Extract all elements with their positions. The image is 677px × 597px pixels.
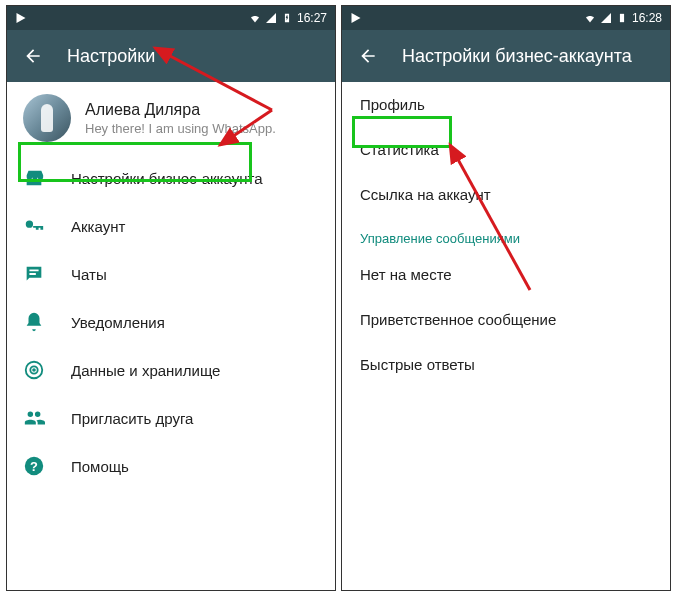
statusbar-time: 16:27 bbox=[297, 11, 327, 25]
page-title: Настройки бизнес-аккаунта bbox=[402, 46, 632, 67]
toolbar: Настройки бизнес-аккаунта bbox=[342, 30, 670, 82]
settings-item-label: Уведомления bbox=[71, 314, 165, 331]
signal-icon bbox=[265, 12, 277, 24]
battery-charging-icon bbox=[281, 12, 293, 24]
settings-item-label: Помощь bbox=[71, 458, 129, 475]
settings-item-help[interactable]: ? Помощь bbox=[7, 442, 335, 490]
statusbar: 16:28 bbox=[342, 6, 670, 30]
business-item-label: Ссылка на аккаунт bbox=[360, 186, 491, 203]
business-item-label: Нет на месте bbox=[360, 266, 452, 283]
help-icon: ? bbox=[23, 455, 45, 477]
business-item-link[interactable]: Ссылка на аккаунт bbox=[342, 172, 670, 217]
settings-item-label: Пригласить друга bbox=[71, 410, 193, 427]
wifi-icon bbox=[249, 12, 261, 24]
phone-left: 16:27 Настройки Алиева Диляра Hey there!… bbox=[6, 5, 336, 591]
business-item-greeting[interactable]: Приветственное сообщение bbox=[342, 297, 670, 342]
business-item-statistics[interactable]: Статистика bbox=[342, 127, 670, 172]
profile-row[interactable]: Алиева Диляра Hey there! I am using What… bbox=[7, 82, 335, 154]
phone-right: 16:28 Настройки бизнес-аккаунта Профиль … bbox=[341, 5, 671, 591]
key-icon bbox=[23, 215, 45, 237]
settings-item-label: Аккаунт bbox=[71, 218, 125, 235]
business-item-away[interactable]: Нет на месте bbox=[342, 252, 670, 297]
profile-status: Hey there! I am using WhatsApp. bbox=[85, 121, 319, 136]
settings-item-notifications[interactable]: Уведомления bbox=[7, 298, 335, 346]
settings-item-data[interactable]: Данные и хранилище bbox=[7, 346, 335, 394]
business-item-label: Профиль bbox=[360, 96, 425, 113]
settings-item-account[interactable]: Аккаунт bbox=[7, 202, 335, 250]
statusbar-time: 16:28 bbox=[632, 11, 662, 25]
chat-icon bbox=[23, 263, 45, 285]
play-store-icon bbox=[15, 12, 27, 24]
statusbar: 16:27 bbox=[7, 6, 335, 30]
data-icon bbox=[23, 359, 45, 381]
business-item-quickreplies[interactable]: Быстрые ответы bbox=[342, 342, 670, 387]
signal-icon bbox=[600, 12, 612, 24]
business-item-profile[interactable]: Профиль bbox=[342, 82, 670, 127]
business-item-label: Приветственное сообщение bbox=[360, 311, 556, 328]
settings-item-label: Настройки бизнес-аккаунта bbox=[71, 170, 262, 187]
wifi-icon bbox=[584, 12, 596, 24]
play-store-icon bbox=[350, 12, 362, 24]
invite-icon bbox=[23, 407, 45, 429]
avatar bbox=[23, 94, 71, 142]
settings-item-label: Данные и хранилище bbox=[71, 362, 220, 379]
battery-charging-icon bbox=[616, 12, 628, 24]
back-arrow-icon[interactable] bbox=[23, 46, 43, 66]
svg-point-2 bbox=[33, 369, 35, 371]
settings-item-invite[interactable]: Пригласить друга bbox=[7, 394, 335, 442]
svg-text:?: ? bbox=[30, 459, 38, 474]
bell-icon bbox=[23, 311, 45, 333]
settings-item-business[interactable]: Настройки бизнес-аккаунта bbox=[7, 154, 335, 202]
settings-item-chats[interactable]: Чаты bbox=[7, 250, 335, 298]
business-item-label: Статистика bbox=[360, 141, 439, 158]
back-arrow-icon[interactable] bbox=[358, 46, 378, 66]
section-header-messages: Управление сообщениями bbox=[342, 217, 670, 252]
profile-name: Алиева Диляра bbox=[85, 101, 319, 119]
toolbar: Настройки bbox=[7, 30, 335, 82]
business-item-label: Быстрые ответы bbox=[360, 356, 475, 373]
storefront-icon bbox=[23, 167, 45, 189]
settings-item-label: Чаты bbox=[71, 266, 107, 283]
page-title: Настройки bbox=[67, 46, 155, 67]
